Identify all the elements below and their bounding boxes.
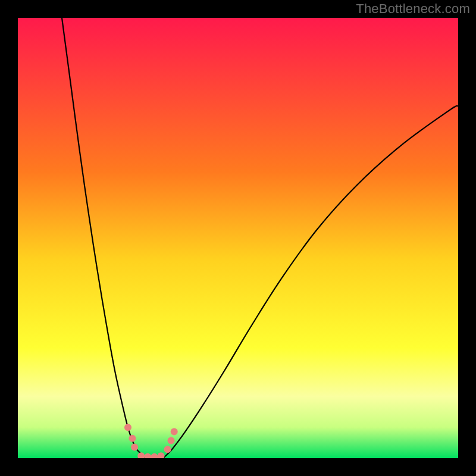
marker-dot	[129, 435, 136, 442]
marker-dot	[171, 428, 178, 436]
chart-container: TheBottleneck.com	[0, 0, 476, 476]
bottleneck-curve-chart	[18, 18, 458, 458]
watermark-text: TheBottleneck.com	[356, 1, 470, 17]
marker-dot	[164, 446, 171, 453]
marker-dot	[124, 424, 131, 431]
marker-dot	[168, 437, 175, 444]
gradient-background	[18, 18, 458, 458]
marker-dot	[131, 444, 138, 451]
